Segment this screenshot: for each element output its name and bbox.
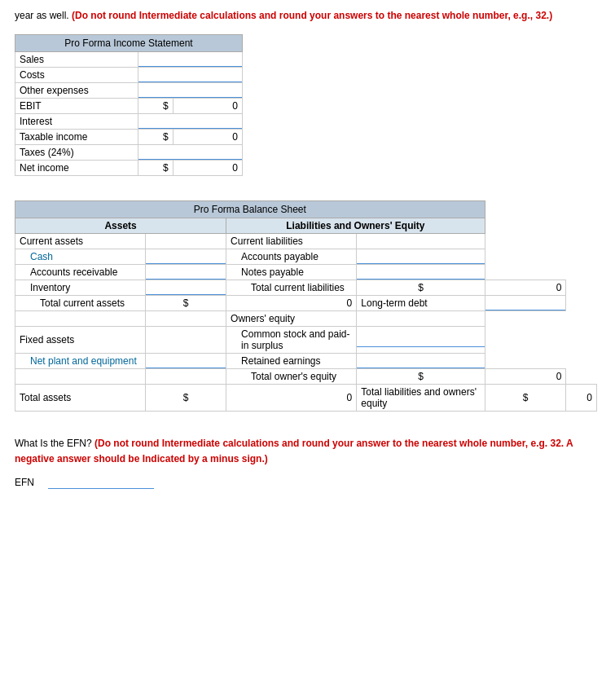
left-dollar: $ [146, 296, 226, 311]
left-input[interactable] [146, 281, 226, 295]
income-input-cell[interactable] [138, 68, 243, 83]
balance-sheet-table: Pro Forma Balance Sheet Assets Liabiliti… [15, 200, 597, 412]
left-dollar: $ [146, 385, 226, 412]
left-input[interactable] [146, 266, 226, 280]
efn-description: What Is the EFN? (Do not round Intermedi… [15, 436, 600, 467]
intro-text: year as well. (Do not round Intermediate… [15, 8, 600, 23]
left-value: 0 [226, 385, 357, 412]
income-input-cell[interactable] [138, 114, 243, 130]
right-label: Accounts payable [226, 249, 357, 265]
income-dollar-sign: $ [138, 161, 174, 176]
right-input[interactable] [485, 297, 566, 310]
income-input[interactable] [138, 146, 242, 160]
right-label: Common stock and paid-in surplus [226, 327, 357, 354]
income-value: 0 [173, 99, 242, 114]
right-input[interactable] [357, 250, 484, 264]
income-row-label: Other expenses [15, 83, 138, 99]
right-label: Total owner's equity [226, 369, 357, 385]
income-row-label: Sales [15, 52, 138, 68]
efn-label: EFN [15, 477, 43, 488]
right-label: Owners' equity [226, 311, 357, 327]
efn-input-row: EFN [15, 475, 600, 489]
right-value: 0 [485, 369, 566, 385]
right-label: Total liabilities and owners' equity [357, 385, 485, 412]
income-row-label: Taxes (24%) [15, 145, 138, 161]
left-empty-cell [146, 327, 226, 354]
left-input-cell[interactable] [146, 354, 226, 369]
right-input[interactable] [357, 333, 484, 347]
right-label: Retained earnings [226, 354, 357, 369]
income-row-label: Costs [15, 68, 138, 83]
right-label: Total current liabilities [226, 280, 357, 296]
right-dollar: $ [485, 385, 566, 412]
right-input[interactable] [357, 354, 484, 368]
right-input-cell[interactable] [357, 354, 485, 369]
right-label: Notes payable [226, 265, 357, 280]
right-empty-cell [357, 311, 485, 327]
left-label: Accounts receivable [15, 265, 146, 280]
left-label: Net plant and equipment [15, 354, 146, 369]
right-label: Current liabilities [226, 234, 357, 249]
right-empty-cell [357, 234, 485, 249]
income-dollar-sign: $ [138, 99, 174, 114]
income-input-cell[interactable] [138, 83, 243, 99]
income-row-label: Taxable income [15, 130, 138, 145]
right-dollar: $ [357, 280, 485, 296]
left-label: Inventory [15, 280, 146, 296]
balance-sheet-title: Pro Forma Balance Sheet [15, 201, 485, 218]
left-input[interactable] [146, 250, 226, 264]
income-row-label: Net income [15, 161, 138, 176]
left-value: 0 [226, 296, 357, 311]
right-input-cell[interactable] [485, 296, 566, 311]
income-statement-table: Pro Forma Income Statement SalesCostsOth… [15, 34, 243, 176]
income-value: 0 [173, 161, 242, 176]
efn-section: What Is the EFN? (Do not round Intermedi… [15, 436, 600, 489]
left-empty-cell [146, 234, 226, 249]
income-row-label: Interest [15, 114, 138, 130]
left-input-cell[interactable] [146, 280, 226, 296]
right-input-cell[interactable] [357, 327, 485, 354]
left-label: Fixed assets [15, 327, 146, 354]
right-input-cell[interactable] [357, 265, 485, 280]
left-input[interactable] [146, 354, 226, 368]
right-value: 0 [485, 280, 566, 296]
income-input-cell[interactable] [138, 52, 243, 68]
assets-header: Assets [15, 218, 226, 234]
income-input[interactable] [138, 68, 242, 82]
right-value: 0 [566, 385, 597, 412]
liabilities-header: Liabilities and Owners' Equity [226, 218, 485, 234]
balance-sheet-section: Pro Forma Balance Sheet Assets Liabiliti… [15, 200, 600, 412]
income-row-label: EBIT [15, 99, 138, 114]
income-value: 0 [173, 130, 242, 145]
income-input-cell[interactable] [138, 145, 243, 161]
income-input[interactable] [138, 53, 242, 67]
left-label: Total current assets [15, 296, 146, 311]
right-input-cell[interactable] [357, 249, 485, 265]
right-dollar: $ [357, 369, 485, 385]
right-input[interactable] [357, 266, 484, 280]
income-input[interactable] [138, 84, 242, 98]
left-label [15, 369, 146, 385]
left-empty-cell [146, 369, 226, 385]
left-label: Cash [15, 249, 146, 265]
income-statement-title: Pro Forma Income Statement [15, 35, 243, 52]
left-label: Total assets [15, 385, 146, 412]
left-label: Current assets [15, 234, 146, 249]
left-input-cell[interactable] [146, 249, 226, 265]
income-dollar-sign: $ [138, 130, 174, 145]
left-empty-cell [146, 311, 226, 327]
efn-input[interactable] [48, 475, 154, 489]
income-statement-section: Pro Forma Income Statement SalesCostsOth… [15, 34, 600, 176]
income-input[interactable] [138, 115, 242, 129]
left-input-cell[interactable] [146, 265, 226, 280]
right-label: Long-term debt [357, 296, 485, 311]
left-label [15, 311, 146, 327]
